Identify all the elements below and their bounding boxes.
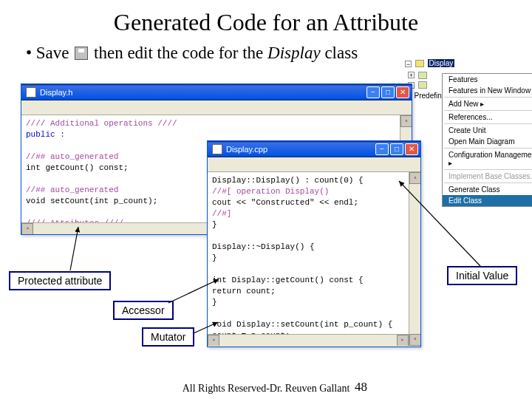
tree-expand-icon[interactable]: −	[405, 61, 412, 67]
menu-item: Implement Base Classes...	[443, 171, 532, 182]
titlebar-display-h: Display.h − □ ✕	[21, 84, 412, 100]
tree-node-display[interactable]: − Display	[405, 59, 457, 67]
doc-icon	[26, 87, 36, 98]
code-line	[212, 308, 416, 319]
slide-title: Generated Code for an Attribute	[0, 9, 532, 36]
code-line: }	[212, 219, 416, 231]
scroll-up-button[interactable]: ▴	[409, 172, 420, 184]
footer-text: All Rights Reserved-Dr. Reuven Gallant	[0, 383, 532, 395]
label-accessor: Accessor	[113, 301, 174, 320]
titlebar-display-cpp: Display.cpp − □ ✕	[208, 141, 420, 157]
page-number: 48	[355, 380, 367, 395]
menu-item[interactable]: Create Unit	[443, 125, 532, 136]
code-line: }	[212, 253, 416, 264]
menu-item[interactable]: Generate Class	[443, 184, 532, 195]
code-line: //// Additional operations ////	[26, 118, 407, 129]
tree-node-label: Display	[428, 59, 455, 67]
toolbar	[208, 157, 420, 172]
scroll-left-button[interactable]: ◂	[21, 223, 33, 234]
menu-item[interactable]: Open Main Diagram	[443, 136, 532, 147]
menu-separator	[444, 123, 532, 124]
code-area-cpp[interactable]: Display::Display() : count(0) { //#[ ope…	[208, 172, 420, 346]
menu-separator	[444, 183, 532, 183]
maximize-button[interactable]: □	[390, 143, 403, 155]
scrollbar-horizontal[interactable]: ◂ ▸	[208, 334, 409, 346]
scroll-up-button[interactable]: ▴	[400, 115, 412, 127]
close-button[interactable]: ✕	[396, 86, 409, 98]
window-title: Display.cpp	[226, 145, 375, 154]
code-line: Display::~Display() {	[212, 242, 416, 253]
code-line: //#]	[212, 208, 416, 219]
bullet-after: then edit the code for the	[94, 44, 267, 62]
maximize-button[interactable]: □	[381, 86, 395, 98]
label-initial-value: Initial Value	[447, 266, 517, 285]
menu-separator	[444, 97, 532, 98]
scroll-right-button[interactable]: ▸	[397, 335, 409, 346]
code-line: cout << "Constructed" << endl;	[212, 197, 416, 208]
scroll-left-button[interactable]: ◂	[208, 335, 219, 346]
code-line: //#[ operation Display()	[212, 186, 416, 197]
label-protected-attribute: Protected attribute	[9, 271, 111, 290]
close-button[interactable]: ✕	[405, 143, 418, 155]
menu-separator	[444, 148, 532, 149]
window-title: Display.h	[40, 88, 366, 97]
code-line: return count;	[212, 286, 416, 297]
code-line	[212, 231, 416, 242]
scrollbar-vertical[interactable]: ▴ ▾	[409, 172, 420, 346]
context-menu: FeaturesFeatures in New WindowAdd New ▸R…	[442, 73, 532, 207]
minimize-button[interactable]: −	[366, 86, 380, 98]
window-display-cpp: Display.cpp − □ ✕ Display::Display() : c…	[207, 140, 421, 347]
menu-item[interactable]: Edit Class	[443, 195, 532, 206]
menu-item[interactable]: Features	[443, 74, 532, 85]
code-line: int Display::getCount() const {	[212, 275, 416, 286]
code-line: }	[212, 297, 416, 308]
menu-separator	[444, 110, 532, 111]
class-icon	[415, 60, 424, 67]
bullet-tail: class	[321, 44, 358, 62]
menu-item[interactable]: Features in New Window	[443, 85, 532, 96]
code-line: void Display::setCount(int p_count) {	[212, 319, 416, 330]
label-mutator: Mutator	[142, 327, 194, 347]
code-line: Display::Display() : count(0) {	[212, 175, 416, 186]
code-line: public :	[26, 129, 407, 140]
bullet-before: Save	[36, 44, 69, 62]
doc-icon	[212, 144, 222, 154]
toolbar	[21, 100, 412, 115]
menu-separator	[444, 169, 532, 170]
menu-item[interactable]: Add New ▸	[443, 98, 532, 109]
code-line	[212, 264, 416, 275]
save-icon	[75, 47, 88, 60]
scroll-down-button[interactable]: ▾	[409, 334, 420, 346]
bullet-em: Display	[267, 44, 321, 62]
menu-item[interactable]: Configuration Management ▸	[443, 149, 532, 168]
minimize-button[interactable]: −	[375, 143, 389, 155]
menu-item[interactable]: References...	[443, 112, 532, 123]
